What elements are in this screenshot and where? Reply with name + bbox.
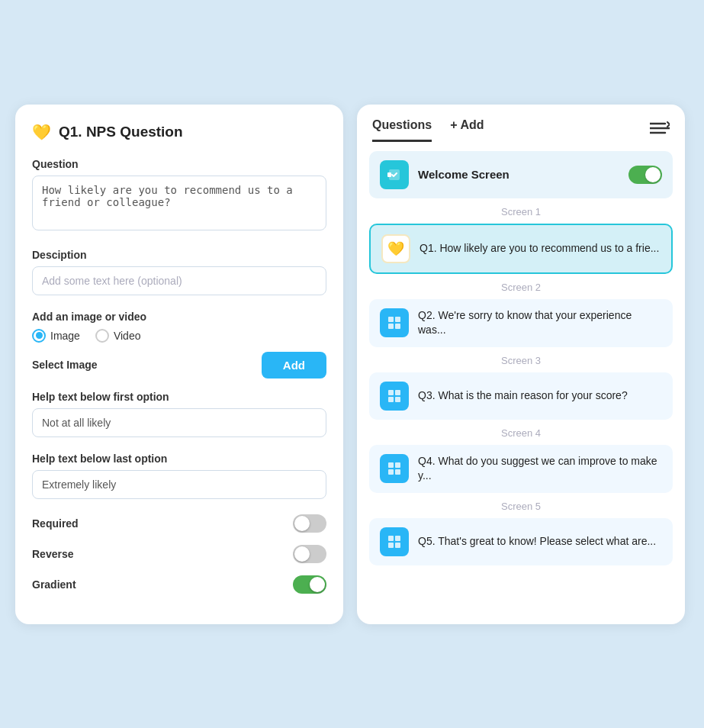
radio-video-circle bbox=[95, 329, 109, 343]
q4-text: Q4. What do you suggest we can improve t… bbox=[418, 454, 662, 484]
radio-image-label: Image bbox=[50, 330, 80, 342]
question-input[interactable]: How likely are you to recommend us to a … bbox=[32, 176, 326, 230]
reverse-row: Reverse bbox=[32, 545, 326, 563]
gradient-toggle[interactable] bbox=[293, 575, 326, 594]
svg-rect-15 bbox=[388, 469, 394, 475]
panel-title: 💛 Q1. NPS Question bbox=[32, 123, 326, 141]
description-section: Desciption bbox=[32, 249, 326, 295]
description-label: Desciption bbox=[32, 249, 326, 261]
svg-rect-9 bbox=[388, 390, 394, 395]
panel-title-text: Q1. NPS Question bbox=[59, 124, 183, 140]
help-first-section: Help text below first option bbox=[32, 391, 326, 437]
required-row: Required bbox=[32, 514, 326, 533]
q3-text: Q3. What is the main reason for your sco… bbox=[418, 388, 628, 404]
svg-rect-7 bbox=[388, 324, 394, 329]
heart-icon: 💛 bbox=[32, 123, 51, 141]
gradient-row: Gradient bbox=[32, 575, 326, 594]
description-input[interactable] bbox=[32, 266, 326, 295]
media-section: Add an image or video Image Video bbox=[32, 311, 326, 343]
svg-rect-5 bbox=[388, 317, 394, 322]
add-image-button[interactable]: Add bbox=[262, 352, 326, 378]
q3-item[interactable]: Q3. What is the main reason for your sco… bbox=[369, 372, 673, 420]
q5-text: Q5. That's great to know! Please select … bbox=[418, 534, 656, 549]
radio-image-option[interactable]: Image bbox=[32, 329, 80, 343]
reverse-label: Reverse bbox=[32, 548, 74, 560]
app-container: 💛 Q1. NPS Question Question How likely a… bbox=[15, 105, 689, 624]
q1-icon-box: 💛 bbox=[381, 234, 410, 263]
required-toggle[interactable] bbox=[293, 514, 326, 533]
menu-icon[interactable] bbox=[650, 121, 670, 140]
help-last-section: Help text below last option bbox=[32, 453, 326, 499]
svg-rect-18 bbox=[395, 536, 400, 541]
screen-5-label: Screen 5 bbox=[369, 501, 673, 512]
svg-rect-12 bbox=[395, 397, 400, 402]
welcome-left: Welcome Screen bbox=[380, 160, 510, 189]
svg-rect-8 bbox=[395, 324, 400, 329]
question-section: Question How likely are you to recommend… bbox=[32, 158, 326, 234]
welcome-toggle[interactable] bbox=[628, 166, 662, 184]
required-toggle-knob bbox=[294, 516, 310, 531]
right-panel: Questions + Add bbox=[357, 105, 685, 624]
svg-rect-6 bbox=[395, 317, 400, 322]
reverse-toggle[interactable] bbox=[293, 545, 326, 563]
screen-3-label: Screen 3 bbox=[369, 355, 673, 366]
radio-video-option[interactable]: Video bbox=[95, 329, 141, 343]
tab-add[interactable]: + Add bbox=[450, 118, 484, 142]
question-label: Question bbox=[32, 158, 326, 170]
help-first-input[interactable] bbox=[32, 408, 326, 437]
q2-item[interactable]: Q2. We're sorry to know that your experi… bbox=[369, 299, 673, 347]
svg-rect-19 bbox=[388, 543, 394, 548]
screen-4-label: Screen 4 bbox=[369, 427, 673, 439]
svg-rect-20 bbox=[395, 543, 400, 548]
welcome-screen-label: Welcome Screen bbox=[418, 168, 510, 181]
q1-item[interactable]: 💛 Q1. How likely are you to recommend us… bbox=[369, 224, 673, 274]
q5-item[interactable]: Q5. That's great to know! Please select … bbox=[369, 518, 673, 565]
radio-video-label: Video bbox=[114, 330, 141, 342]
select-image-label: Select Image bbox=[32, 359, 98, 371]
screen-1-label: Screen 1 bbox=[369, 206, 673, 217]
tab-questions[interactable]: Questions bbox=[372, 118, 432, 142]
right-header: Questions + Add bbox=[357, 105, 685, 142]
svg-rect-13 bbox=[388, 462, 394, 468]
left-panel: 💛 Q1. NPS Question Question How likely a… bbox=[15, 105, 343, 624]
screen-2-label: Screen 2 bbox=[369, 282, 673, 293]
q5-icon-box bbox=[380, 527, 409, 556]
radio-group: Image Video bbox=[32, 329, 326, 343]
q2-text: Q2. We're sorry to know that your experi… bbox=[418, 308, 662, 338]
reverse-toggle-knob bbox=[294, 546, 310, 562]
q4-icon-box bbox=[380, 454, 409, 483]
help-first-label: Help text below first option bbox=[32, 391, 326, 403]
media-label: Add an image or video bbox=[32, 311, 326, 323]
q1-text: Q1. How likely are you to recommend us t… bbox=[420, 241, 659, 256]
welcome-screen-item[interactable]: Welcome Screen bbox=[369, 151, 673, 198]
q4-item[interactable]: Q4. What do you suggest we can improve t… bbox=[369, 445, 673, 493]
radio-image-circle bbox=[32, 329, 46, 343]
gradient-label: Gradient bbox=[32, 578, 76, 591]
gradient-toggle-knob bbox=[310, 577, 325, 592]
svg-rect-14 bbox=[395, 462, 400, 468]
q3-icon-box bbox=[380, 382, 409, 411]
svg-rect-10 bbox=[395, 390, 400, 395]
welcome-icon-box bbox=[380, 160, 409, 189]
right-content: Welcome Screen Screen 1 💛 Q1. How likely… bbox=[357, 142, 685, 579]
select-image-row: Select Image Add bbox=[32, 352, 326, 378]
required-label: Required bbox=[32, 517, 79, 530]
svg-rect-11 bbox=[388, 397, 394, 402]
svg-rect-17 bbox=[388, 536, 394, 541]
q2-icon-box bbox=[380, 308, 409, 337]
svg-rect-4 bbox=[387, 172, 391, 177]
help-last-input[interactable] bbox=[32, 470, 326, 499]
svg-rect-16 bbox=[395, 469, 400, 475]
tabs: Questions + Add bbox=[372, 118, 484, 142]
help-last-label: Help text below last option bbox=[32, 453, 326, 465]
